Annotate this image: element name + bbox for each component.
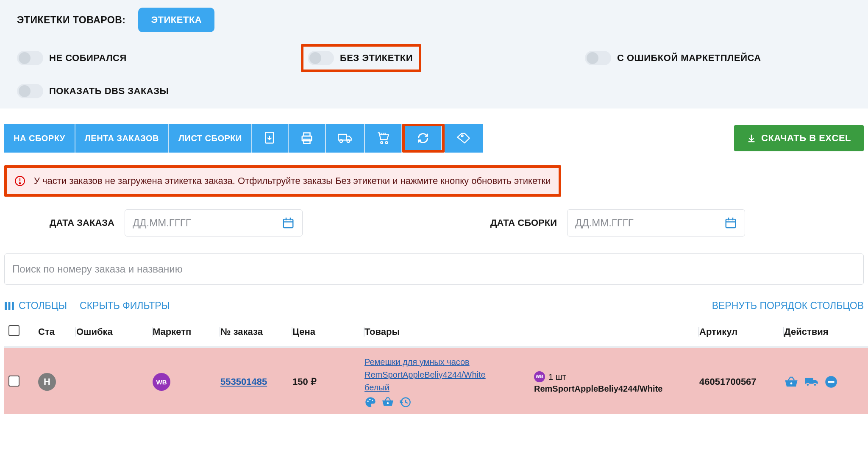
date-filters: ДАТА ЗАКАЗА ДД.ММ.ГГГГ ДАТА СБОРКИ ДД.ММ…	[0, 197, 868, 236]
order-date-placeholder: ДД.ММ.ГГГГ	[133, 217, 191, 229]
columns-link[interactable]: СТОЛБЦЫ	[4, 300, 67, 312]
basket-icon[interactable]	[381, 396, 394, 407]
col-order[interactable]: № заказа	[220, 326, 292, 337]
order-date-input[interactable]: ДД.ММ.ГГГГ	[125, 209, 303, 236]
assembly-date-input[interactable]: ДД.ММ.ГГГГ	[567, 209, 745, 236]
col-article[interactable]: Артикул	[699, 326, 784, 337]
svg-rect-39	[828, 381, 835, 383]
refresh-icon[interactable]	[405, 126, 442, 150]
svg-point-34	[790, 382, 793, 384]
svg-point-30	[369, 399, 370, 400]
labels-title: ЭТИКЕТКИ ТОВАРОВ:	[17, 14, 125, 26]
col-status[interactable]: Ста	[38, 326, 76, 337]
cart-icon[interactable]	[365, 124, 402, 153]
marketplace-badge: WB	[153, 373, 170, 391]
reset-columns-link[interactable]: ВЕРНУТЬ ПОРЯДОК СТОЛБЦОВ	[712, 300, 864, 312]
order-date-label: ДАТА ЗАКАЗА	[4, 217, 114, 229]
warning-icon	[14, 175, 25, 186]
svg-point-5	[339, 139, 342, 142]
toggle-mp-error[interactable]	[585, 51, 611, 65]
col-price[interactable]: Цена	[292, 326, 364, 337]
table-header: Ста Ошибка Маркетп № заказа Цена Товары …	[4, 319, 868, 348]
assembly-date-label: ДАТА СБОРКИ	[447, 217, 557, 229]
calendar-icon	[724, 217, 737, 229]
select-all-checkbox[interactable]	[8, 325, 19, 336]
document-export-icon[interactable]	[252, 124, 289, 153]
toggle-mp-error-label: С ОШИБКОЙ МАРКЕТПЛЕЙСА	[617, 53, 761, 64]
svg-point-32	[387, 402, 389, 404]
orders-table: Ста Ошибка Маркетп № заказа Цена Товары …	[0, 319, 868, 414]
basket-action-icon[interactable]	[784, 376, 798, 388]
assembly-date-placeholder: ДД.ММ.ГГГГ	[575, 217, 634, 229]
svg-point-36	[807, 383, 810, 386]
assembly-list-button[interactable]: ЛИСТ СБОРКИ	[169, 124, 252, 153]
toggle-dbs[interactable]	[17, 84, 43, 98]
print-icon[interactable]	[289, 124, 326, 153]
truck-action-icon[interactable]	[804, 376, 819, 388]
alert-text: У части заказов не загружена этикетка за…	[34, 175, 551, 186]
toolbar: НА СБОРКУ ЛЕНТА ЗАКАЗОВ ЛИСТ СБОРКИ СКАЧ…	[0, 124, 868, 153]
download-excel-label: СКАЧАТЬ В EXCEL	[761, 133, 851, 144]
svg-point-31	[372, 400, 373, 401]
alert-banner: У части заказов не загружена этикетка за…	[7, 168, 559, 194]
download-icon	[747, 134, 756, 143]
label-button[interactable]: ЭТИКЕТКА	[138, 8, 214, 32]
svg-rect-35	[805, 378, 813, 384]
qty-cell: WB 1 шт RemSportAppleBeliy4244/White	[534, 369, 692, 395]
col-goods[interactable]: Товары	[364, 326, 699, 337]
svg-rect-4	[338, 134, 346, 140]
svg-point-17	[19, 183, 21, 184]
toggle-not-assembled-label: НЕ СОБИРАЛСЯ	[49, 53, 127, 64]
toggle-dbs-label: ПОКАЗАТЬ DBS ЗАКАЗЫ	[49, 86, 169, 97]
remove-action-icon[interactable]	[825, 376, 837, 388]
filter-panel: ЭТИКЕТКИ ТОВАРОВ: ЭТИКЕТКА НЕ СОБИРАЛСЯ …	[0, 0, 868, 109]
toggle-no-label[interactable]	[308, 51, 334, 65]
table-controls: СТОЛБЦЫ СКРЫТЬ ФИЛЬТРЫ ВЕРНУТЬ ПОРЯДОК С…	[0, 285, 868, 319]
columns-label: СТОЛБЦЫ	[19, 300, 67, 312]
status-badge: Н	[38, 373, 56, 391]
svg-point-8	[386, 142, 388, 144]
search-input[interactable]	[4, 253, 864, 285]
download-excel-button[interactable]: СКАЧАТЬ В EXCEL	[734, 125, 864, 151]
to-assembly-button[interactable]: НА СБОРКУ	[4, 124, 75, 153]
goods-link[interactable]: Ремешки для умных часов RemSportAppleBel…	[364, 356, 526, 394]
svg-point-37	[814, 383, 817, 386]
calendar-icon	[282, 217, 295, 229]
table-row: Н WB 553501485 150 ₽ Ремешки для умных ч…	[4, 348, 868, 414]
svg-rect-27	[8, 302, 11, 310]
orders-feed-button[interactable]: ЛЕНТА ЗАКАЗОВ	[75, 124, 169, 153]
article-cell: 46051700567	[699, 376, 784, 387]
svg-rect-26	[5, 302, 7, 310]
tag-icon[interactable]	[445, 124, 483, 153]
marketplace-badge-small: WB	[534, 371, 545, 382]
truck-icon[interactable]	[326, 124, 365, 153]
palette-icon[interactable]	[364, 396, 376, 408]
svg-rect-22	[726, 219, 736, 228]
svg-point-29	[367, 401, 369, 402]
svg-point-6	[347, 139, 350, 142]
svg-rect-28	[12, 302, 14, 310]
svg-rect-18	[284, 219, 293, 228]
order-number-link[interactable]: 553501485	[220, 376, 267, 387]
columns-icon	[4, 301, 14, 311]
toggle-no-label-label: БЕЗ ЭТИКЕТКИ	[340, 53, 413, 64]
col-error[interactable]: Ошибка	[76, 326, 153, 337]
svg-point-12	[461, 135, 463, 136]
hide-filters-link[interactable]: СКРЫТЬ ФИЛЬТРЫ	[80, 300, 170, 312]
svg-point-7	[381, 142, 383, 144]
price-cell: 150 ₽	[292, 376, 364, 387]
toggle-not-assembled[interactable]	[17, 51, 43, 65]
row-checkbox[interactable]	[8, 376, 19, 387]
col-market[interactable]: Маркетп	[153, 326, 220, 337]
col-actions: Действия	[784, 326, 860, 337]
history-icon[interactable]	[399, 396, 411, 408]
